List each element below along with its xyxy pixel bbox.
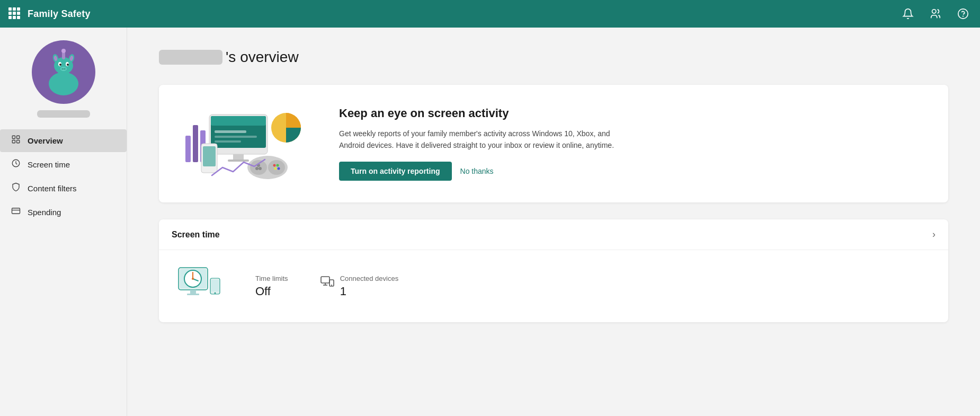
svg-rect-27	[193, 125, 198, 162]
svg-rect-59	[211, 280, 219, 291]
svg-rect-56	[190, 290, 196, 294]
sidebar: Overview Screen time Content filters Spe…	[0, 28, 127, 416]
activity-buttons: Turn on activity reporting No thanks	[339, 162, 927, 181]
no-thanks-button[interactable]: No thanks	[460, 167, 494, 175]
activity-illustration	[180, 104, 307, 183]
svg-rect-34	[215, 130, 246, 133]
help-button[interactable]	[955, 5, 972, 22]
turn-on-activity-reporting-button[interactable]: Turn on activity reporting	[339, 162, 452, 181]
avatar	[32, 40, 95, 104]
screen-time-section-header[interactable]: Screen time ›	[159, 219, 948, 250]
screen-time-label: Screen time	[28, 160, 70, 169]
screen-time-section-title: Screen time	[172, 230, 220, 240]
sidebar-item-screen-time[interactable]: Screen time	[0, 153, 127, 176]
svg-point-41	[250, 160, 267, 175]
family-members-button[interactable]	[927, 5, 944, 22]
svg-point-15	[61, 68, 64, 70]
overview-label: Overview	[28, 136, 63, 145]
activity-text: Keep an eye on screen activity Get weekl…	[339, 107, 927, 181]
svg-point-46	[273, 164, 276, 167]
main-content: 's overview	[127, 28, 980, 416]
svg-point-65	[331, 285, 332, 286]
notifications-button[interactable]	[899, 5, 916, 22]
svg-rect-31	[233, 154, 244, 160]
svg-point-60	[215, 293, 216, 294]
svg-rect-26	[185, 136, 191, 162]
time-limits-value: Off	[255, 285, 288, 298]
screen-time-icon	[11, 158, 21, 171]
sidebar-item-spending[interactable]: Spending	[0, 201, 127, 224]
time-limits-label: Time limits	[255, 275, 288, 282]
svg-rect-19	[12, 136, 15, 138]
svg-point-42	[268, 160, 285, 175]
svg-rect-61	[321, 277, 329, 283]
svg-rect-33	[211, 116, 266, 126]
devices-icon	[320, 276, 335, 291]
svg-point-45	[259, 167, 262, 170]
topbar: Family Safety	[0, 0, 980, 28]
activity-card: Keep an eye on screen activity Get weekl…	[159, 85, 948, 202]
sidebar-item-overview[interactable]: Overview	[0, 129, 127, 152]
svg-rect-24	[12, 208, 20, 214]
overview-icon	[11, 135, 21, 147]
svg-rect-32	[228, 160, 249, 162]
svg-rect-38	[203, 146, 216, 166]
svg-point-18	[61, 49, 66, 53]
svg-point-12	[59, 64, 61, 66]
svg-rect-36	[215, 140, 241, 143]
nav-list: Overview Screen time Content filters Spe…	[0, 128, 127, 225]
svg-point-55	[192, 278, 194, 280]
screen-time-section: Screen time ›	[159, 219, 948, 322]
spending-icon	[11, 206, 21, 218]
page-title-suffix: 's overview	[226, 49, 299, 66]
activity-description: Get weekly reports of your family member…	[339, 128, 636, 152]
spending-label: Spending	[28, 208, 61, 217]
avatar-name	[37, 110, 90, 118]
svg-rect-20	[17, 136, 20, 138]
time-limits-stat: Time limits Off	[255, 275, 288, 298]
sidebar-item-content-filters[interactable]: Content filters	[0, 177, 127, 200]
connected-devices-info: Connected devices 1	[340, 275, 399, 298]
page-title: 's overview	[159, 49, 948, 66]
svg-point-44	[255, 167, 259, 170]
content-filters-icon	[11, 182, 21, 194]
svg-rect-21	[12, 140, 15, 143]
svg-point-0	[932, 10, 936, 13]
grid-menu-icon[interactable]	[8, 7, 21, 20]
svg-point-1	[958, 9, 968, 19]
connected-devices-label: Connected devices	[340, 275, 399, 282]
connected-devices-value: 1	[340, 285, 399, 298]
svg-rect-22	[17, 140, 20, 143]
app-title: Family Safety	[28, 8, 893, 20]
svg-point-13	[67, 64, 69, 66]
svg-rect-57	[187, 294, 199, 295]
username-blur	[159, 50, 222, 65]
activity-headline: Keep an eye on screen activity	[339, 107, 927, 120]
svg-point-47	[277, 164, 279, 167]
svg-point-48	[278, 167, 280, 170]
svg-point-16	[64, 68, 66, 70]
topbar-actions	[899, 5, 972, 22]
connected-devices-stat: Connected devices 1	[320, 275, 399, 298]
svg-point-49	[274, 167, 277, 170]
chevron-right-icon: ›	[932, 229, 936, 240]
content-filters-label: Content filters	[28, 184, 77, 193]
svg-rect-17	[62, 52, 65, 59]
screen-time-section-body: Time limits Off	[159, 250, 948, 322]
screen-time-illustration	[176, 265, 224, 307]
svg-rect-35	[215, 136, 257, 138]
